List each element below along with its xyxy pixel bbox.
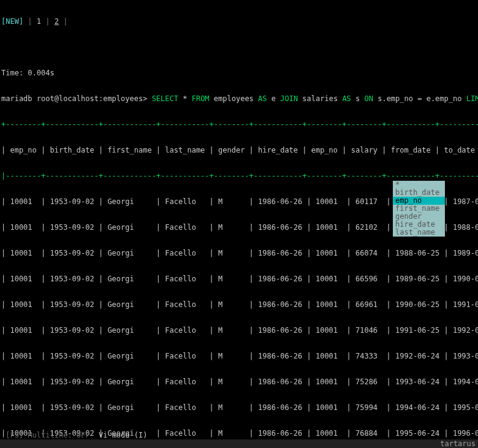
- table-header: | emp_no | birth_date | first_name | las…: [1, 146, 477, 154]
- tmux-hostname: tartarus: [440, 439, 476, 448]
- tab-2-active[interactable]: 2: [55, 17, 59, 26]
- query-line-1: mariadb root@localhost:employees> SELECT…: [1, 94, 477, 103]
- tab-1[interactable]: 1: [37, 17, 41, 26]
- query-time-1: Time: 0.004s: [1, 69, 477, 77]
- blank-line: [1, 43, 477, 51]
- table-row: | 10001 | 1953-09-02 | Georgi | Facello …: [1, 326, 477, 335]
- table-row: | 10001 | 1953-09-02 | Georgi | Facello …: [1, 300, 477, 309]
- tab-new[interactable]: [NEW]: [1, 17, 23, 26]
- table-row: | 10001 | 1953-09-02 | Georgi | Facello …: [1, 352, 477, 360]
- autocomplete-popup[interactable]: * birth_date emp_no first_name gender hi…: [393, 181, 445, 237]
- tmux-status[interactable]: 1:python*2:vim tartarus: [0, 439, 478, 448]
- table-row: | 10001 | 1953-09-02 | Georgi | Facello …: [1, 275, 477, 283]
- repl-prompt: mariadb root@localhost:employees>: [1, 94, 152, 103]
- table-border-top: +--------+------------+------------+----…: [1, 120, 477, 129]
- table-border-mid: |--------+------------+------------+----…: [1, 172, 477, 180]
- table-row: | 10001 | 1953-09-02 | Georgi | Facello …: [1, 378, 477, 386]
- mode-line: [F3] Multiline: OFF Vi-mode (I): [0, 431, 478, 439]
- client-tabbar[interactable]: [NEW] | 1 | 2 |: [1, 17, 477, 26]
- table-row: | 10001 | 1953-09-02 | Georgi | Facello …: [1, 403, 477, 412]
- table-row: | 10001 | 1953-09-02 | Georgi | Facello …: [1, 249, 477, 257]
- complete-item[interactable]: last_name: [393, 229, 445, 237]
- vi-mode-indicator: Vi-mode (I): [99, 431, 147, 439]
